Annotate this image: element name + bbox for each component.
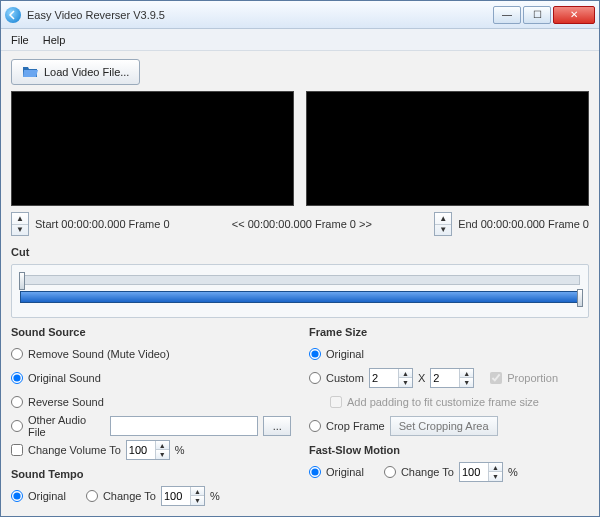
window-title: Easy Video Reverser V3.9.5 — [27, 9, 493, 21]
change-volume-row: Change Volume To ▲▼ % — [11, 440, 291, 460]
titlebar: Easy Video Reverser V3.9.5 — ☐ ✕ — [1, 1, 599, 29]
menu-help[interactable]: Help — [43, 34, 66, 46]
fast-slow-row: Original Change To ▲▼ % — [309, 462, 589, 482]
tempo-original-radio[interactable] — [11, 490, 23, 502]
left-col: Sound Source Remove Sound (Mute Video) O… — [11, 326, 291, 506]
maximize-button[interactable]: ☐ — [523, 6, 551, 24]
start-time-label: Start 00:00:00.000 Frame 0 — [35, 218, 170, 230]
load-video-label: Load Video File... — [44, 66, 129, 78]
preview-row — [11, 91, 589, 206]
timeline-row: ▲▼ Start 00:00:00.000 Frame 0 << 00:00:0… — [11, 212, 589, 236]
menu-file[interactable]: File — [11, 34, 29, 46]
motion-original-radio[interactable] — [309, 466, 321, 478]
load-video-button[interactable]: Load Video File... — [11, 59, 140, 85]
radio-original-sound[interactable]: Original Sound — [11, 368, 291, 388]
end-time-label: End 00:00:00.000 Frame 0 — [458, 218, 589, 230]
cut-label: Cut — [11, 246, 589, 258]
close-button[interactable]: ✕ — [553, 6, 595, 24]
tempo-spinner[interactable]: ▲▼ — [161, 486, 205, 506]
other-audio-path[interactable] — [110, 416, 258, 436]
padding-check — [330, 396, 342, 408]
window-controls: — ☐ ✕ — [493, 6, 595, 24]
radio-other-audio-row: Other Audio File ... — [11, 416, 291, 436]
sound-tempo-row: Original Change To ▲▼ % — [11, 486, 291, 506]
folder-icon — [22, 64, 38, 80]
preview-start — [11, 91, 294, 206]
browse-audio-button[interactable]: ... — [263, 416, 291, 436]
motion-spinner[interactable]: ▲▼ — [459, 462, 503, 482]
set-crop-button[interactable]: Set Cropping Area — [390, 416, 498, 436]
framesize-custom-radio[interactable] — [309, 372, 321, 384]
crop-frame-radio[interactable] — [309, 420, 321, 432]
end-frame-stepper[interactable]: ▲▼ — [434, 212, 452, 236]
cut-range-handle[interactable] — [577, 289, 583, 307]
custom-width-spinner[interactable]: ▲▼ — [369, 368, 413, 388]
change-volume-check[interactable] — [11, 444, 23, 456]
menubar: File Help — [1, 29, 599, 51]
content-area: Load Video File... ▲▼ Start 00:00:00.000… — [1, 51, 599, 516]
crop-frame-row: Crop Frame Set Cropping Area — [309, 416, 589, 436]
frame-size-title: Frame Size — [309, 326, 589, 338]
app-window: Easy Video Reverser V3.9.5 — ☐ ✕ File He… — [0, 0, 600, 517]
custom-height-spinner[interactable]: ▲▼ — [430, 368, 474, 388]
sound-source-title: Sound Source — [11, 326, 291, 338]
cut-panel — [11, 264, 589, 318]
framesize-custom-row: Custom ▲▼ X ▲▼ Proportion — [309, 368, 589, 388]
app-icon — [5, 7, 21, 23]
proportion-check — [490, 372, 502, 384]
cut-top-handle[interactable] — [19, 272, 25, 290]
framesize-original-radio[interactable]: Original — [309, 344, 589, 364]
cut-track-range[interactable] — [20, 291, 580, 303]
motion-change-radio[interactable] — [384, 466, 396, 478]
fast-slow-title: Fast-Slow Motion — [309, 444, 589, 456]
preview-end — [306, 91, 589, 206]
start-frame-stepper[interactable]: ▲▼ — [11, 212, 29, 236]
options-row: Sound Source Remove Sound (Mute Video) O… — [11, 326, 589, 506]
volume-spinner[interactable]: ▲▼ — [126, 440, 170, 460]
radio-remove-sound[interactable]: Remove Sound (Mute Video) — [11, 344, 291, 364]
padding-row: Add padding to fit customize frame size — [309, 392, 589, 412]
minimize-button[interactable]: — — [493, 6, 521, 24]
right-col: Frame Size Original Custom ▲▼ X ▲▼ — [309, 326, 589, 506]
radio-other-audio[interactable] — [11, 420, 23, 432]
tempo-change-radio[interactable] — [86, 490, 98, 502]
mid-time-label: << 00:00:00.000 Frame 0 >> — [176, 218, 429, 230]
sound-tempo-title: Sound Tempo — [11, 468, 291, 480]
cut-track-top[interactable] — [20, 275, 580, 285]
radio-reverse-sound[interactable]: Reverse Sound — [11, 392, 291, 412]
